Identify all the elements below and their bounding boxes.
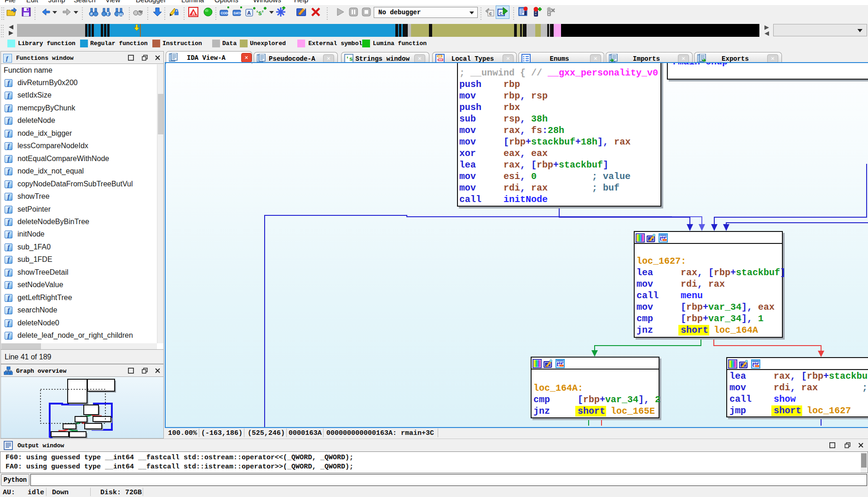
svg-text:c: c <box>499 10 502 16</box>
svg-text:T: T <box>106 12 109 17</box>
svg-text:A: A <box>247 10 251 16</box>
svg-text:#: # <box>90 12 93 16</box>
svg-text:DATA: DATA <box>234 12 242 15</box>
svg-text:c: c <box>489 11 492 16</box>
svg-text:‘s’: ‘s’ <box>256 9 264 17</box>
svg-text:CODE: CODE <box>221 12 231 15</box>
svg-text:A: A <box>192 11 195 16</box>
svg-text:101: 101 <box>118 13 123 16</box>
